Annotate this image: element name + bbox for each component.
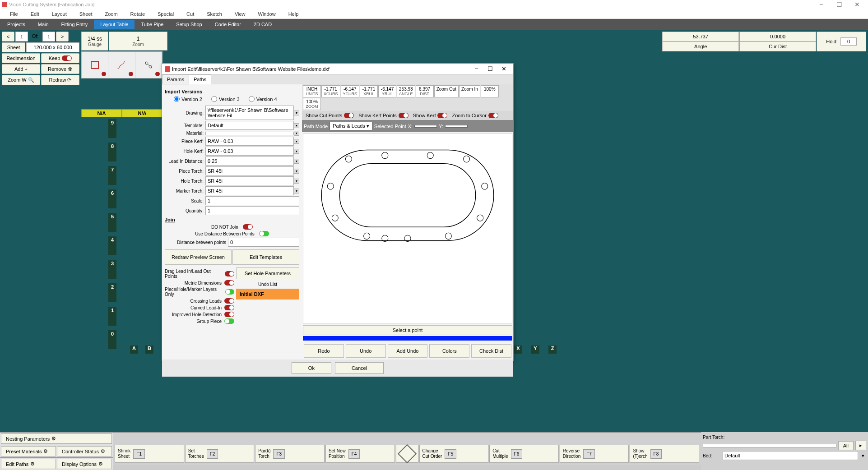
show-cut-points-toggle[interactable]: [344, 113, 354, 118]
preview-canvas[interactable]: [303, 133, 512, 323]
part-torch-select[interactable]: [703, 444, 836, 447]
sheet-page-input[interactable]: 1: [15, 32, 28, 41]
toolbar-2d-cad[interactable]: 2D CAD: [247, 20, 278, 29]
fkey-f2[interactable]: SetTorchesF2: [185, 445, 255, 463]
layers-only-toggle[interactable]: [225, 289, 234, 295]
bed-select[interactable]: Default: [723, 451, 858, 460]
redraw-button[interactable]: Redraw ⟳: [41, 75, 79, 85]
drawing-input[interactable]: \\fileserver\k1\For Shawn B\Software Web…: [205, 106, 294, 120]
template-input[interactable]: Default: [205, 121, 294, 130]
show-kerf-toggle[interactable]: [437, 113, 447, 118]
center-diamond-icon[interactable]: [396, 445, 418, 463]
version-2-radio[interactable]: Version 2: [174, 96, 202, 102]
toolbar-code-editor[interactable]: Code Editor: [209, 20, 247, 29]
tab-params[interactable]: Params: [162, 74, 189, 84]
menu-rotate[interactable]: Rotate: [124, 11, 151, 17]
tool-b[interactable]: [108, 52, 135, 78]
topbar-zoom[interactable]: 100%ZOOM: [303, 98, 321, 110]
set-hole-params-button[interactable]: Set Hole Parameters: [236, 267, 299, 279]
keep-toggle[interactable]: Keep: [41, 53, 79, 63]
fkey-f6[interactable]: CutMultipleF6: [489, 445, 559, 463]
menu-help[interactable]: Help: [282, 11, 305, 17]
sheet-dims-input[interactable]: 120.000 x 60.000: [26, 42, 79, 52]
dialog-minimize[interactable]: −: [470, 65, 483, 72]
fkey-f7[interactable]: ReverseDirectionF7: [560, 445, 629, 463]
ok-button[interactable]: Ok: [292, 362, 331, 374]
menu-layout[interactable]: Layout: [46, 11, 73, 17]
donot-join-toggle[interactable]: [243, 224, 253, 230]
marker-torch-input[interactable]: SR 45i: [205, 186, 294, 195]
hold-value[interactable]: 0: [840, 37, 857, 46]
metric-toggle[interactable]: [224, 280, 234, 286]
edit-templates-button[interactable]: Edit Templates: [232, 249, 299, 265]
version-4-radio[interactable]: Version 4: [249, 96, 277, 102]
distance-points-input[interactable]: 0: [228, 238, 299, 247]
piece-torch-input[interactable]: SR 45i: [205, 166, 294, 175]
quantity-input[interactable]: 1: [205, 206, 299, 215]
menu-special[interactable]: Special: [151, 11, 180, 17]
toolbar-setup-shop[interactable]: Setup Shop: [170, 20, 209, 29]
curved-leadin-toggle[interactable]: [224, 305, 234, 310]
preset-materials-button[interactable]: Preset Materials ⚙: [1, 446, 56, 456]
drag-lead-toggle[interactable]: [225, 271, 234, 276]
fkey-f5[interactable]: ChangeCut OrderF5: [419, 445, 489, 463]
hole-kerf-input[interactable]: RAW - 0.03: [205, 147, 294, 156]
drawing-dropdown[interactable]: ▾: [294, 111, 299, 115]
path-mode-select[interactable]: Paths & Leads ▾: [330, 122, 372, 130]
prev-sheet-button[interactable]: <: [2, 32, 14, 41]
group-piece-toggle[interactable]: [224, 318, 234, 324]
toolbar-main[interactable]: Main: [32, 20, 55, 29]
tool-a[interactable]: [82, 52, 108, 78]
leadin-input[interactable]: 0.25: [205, 157, 294, 166]
redraw-preview-button[interactable]: Redraw Preview Screen: [165, 249, 232, 265]
topbar-zoom-out[interactable]: Zoom Out: [434, 85, 459, 97]
next-button[interactable]: ▸: [855, 441, 866, 450]
add-button[interactable]: Add +: [2, 64, 40, 74]
sheet-total-input[interactable]: 1: [42, 32, 55, 41]
improved-hole-toggle[interactable]: [224, 312, 234, 317]
dialog-close[interactable]: ✕: [497, 65, 511, 72]
menu-sketch[interactable]: Sketch: [200, 11, 228, 17]
show-kerf-points-toggle[interactable]: [399, 113, 408, 118]
add-undo-button[interactable]: Add Undo: [388, 344, 428, 358]
dialog-maximize[interactable]: ☐: [483, 65, 497, 72]
menu-window[interactable]: Window: [252, 11, 282, 17]
edit-paths-button[interactable]: Edit Paths ⚙: [1, 459, 56, 469]
undo-button[interactable]: Undo: [346, 344, 386, 358]
use-distance-toggle[interactable]: [259, 231, 269, 236]
material-input[interactable]: [205, 132, 294, 135]
redo-button[interactable]: Redo: [304, 344, 344, 358]
zoom-w-button[interactable]: Zoom W 🔍: [2, 75, 40, 85]
nesting-params-button[interactable]: Nesting Parameters ⚙: [1, 433, 112, 444]
remove-button[interactable]: Remove 🗑: [41, 64, 79, 74]
controller-status-button[interactable]: Controller Status ⚙: [57, 446, 112, 456]
zoom-to-cursor-toggle[interactable]: [488, 113, 498, 118]
menu-cut[interactable]: Cut: [180, 11, 200, 17]
topbar-zoom-in[interactable]: Zoom In: [459, 85, 480, 97]
crossing-leads-toggle[interactable]: [224, 298, 234, 304]
all-button[interactable]: All: [838, 441, 854, 450]
minimize-button[interactable]: −: [812, 1, 830, 8]
display-options-button[interactable]: Display Options ⚙: [57, 459, 112, 469]
cancel-button[interactable]: Cancel: [335, 362, 384, 374]
menu-file[interactable]: File: [4, 11, 24, 17]
menu-view[interactable]: View: [228, 11, 252, 17]
tool-c[interactable]: [135, 52, 162, 78]
menu-edit[interactable]: Edit: [24, 11, 46, 17]
colors-button[interactable]: Colors: [429, 344, 469, 358]
redimension-button[interactable]: Redimension: [2, 53, 40, 63]
menu-sheet[interactable]: Sheet: [73, 11, 99, 17]
initial-dxf-item[interactable]: Initial DXF: [236, 289, 299, 300]
selected-y-input[interactable]: [445, 125, 468, 128]
toolbar-projects[interactable]: Projects: [1, 20, 32, 29]
fkey-f1[interactable]: ShrinkSheetF1: [115, 445, 184, 463]
selected-x-input[interactable]: [414, 125, 437, 128]
toolbar-layout-table[interactable]: Layout Table: [94, 20, 135, 29]
hole-torch-input[interactable]: SR 45i: [205, 176, 294, 185]
close-button[interactable]: ✕: [848, 1, 866, 8]
toolbar-fitting-entry[interactable]: Fitting Entry: [55, 20, 94, 29]
fkey-f8[interactable]: Show(T)orchF8: [630, 445, 699, 463]
menu-zoom[interactable]: Zoom: [98, 11, 124, 17]
topbar-100%[interactable]: 100%: [481, 85, 499, 97]
next-sheet-button[interactable]: >: [56, 32, 69, 41]
